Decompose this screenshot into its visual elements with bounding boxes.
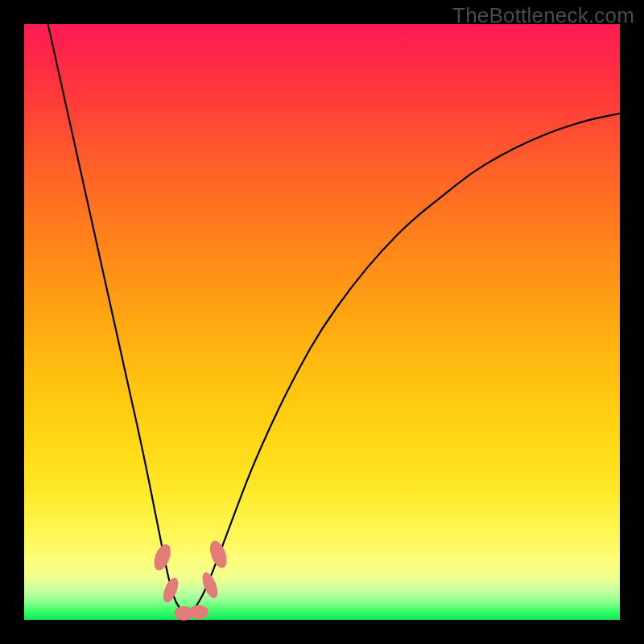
annotation-blobs	[151, 539, 230, 621]
blob-left-upper	[151, 542, 174, 572]
watermark-text: TheBottleneck.com	[452, 3, 634, 28]
blob-bottom-2	[189, 605, 208, 620]
chart-svg-overlay	[24, 24, 620, 620]
blob-left-lower	[160, 576, 181, 605]
chart-frame: TheBottleneck.com	[0, 0, 644, 644]
bottleneck-curve	[48, 24, 620, 615]
blob-right-upper	[207, 539, 230, 570]
